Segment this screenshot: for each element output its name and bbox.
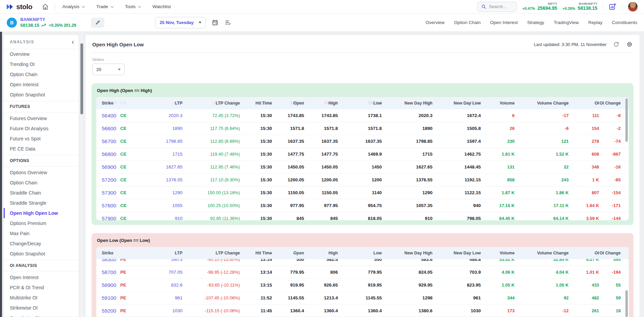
edit-pencil-icon[interactable] [91,18,104,28]
ltp-value[interactable]: 1890 [172,126,182,131]
nav-menu-analysis[interactable]: Analysis [63,4,84,9]
sidebar-item-future-vs-spot[interactable]: Future vs Spot [4,134,79,144]
ltp-value[interactable]: 832.6 [171,282,182,288]
sidebar-item-strikewise-oi[interactable]: Strikewise OI [4,303,79,313]
column-header-volume-change[interactable]: Volume Change [537,101,569,106]
tab-strategy[interactable]: Strategy [527,20,544,25]
sidebar-item-cumulative-oi[interactable]: Cumulative OI [4,313,79,317]
table-row[interactable]: 57300CE1290150.00 (13.16%)15:301150.0511… [96,186,629,199]
ltp-value[interactable]: 1715 [172,152,182,157]
table-row[interactable]: 56600CE1890117.75 (6.64%)15:301571.81571… [96,122,629,135]
column-header-hit-time[interactable]: Hit Time [255,101,272,106]
sidebar-item-future-oi-analysis[interactable]: Future OI Analysis [4,123,79,134]
table-row[interactable]: 57600CE1055100.25 (10.50%)15:30977.95977… [96,199,629,212]
sidebar-item-multistrike-oi[interactable]: Multistrike OI [4,293,79,303]
column-header-ltp-change[interactable]: LTP Change [216,101,240,106]
column-header-oi-change[interactable]: OI Change [599,251,629,255]
date-select[interactable]: 25 Nov, Tuesday [155,17,206,28]
ltp-value[interactable]: 1290 [172,190,182,195]
ltp-value[interactable]: 1376.55 [166,177,182,182]
tab-replay[interactable]: Replay [588,20,602,25]
column-header-new-day-high[interactable]: New Day High [404,251,432,255]
table-row[interactable]: 58900PE832.6-93.65 (-10.11%)13:15919.959… [96,279,629,292]
instrument-symbol[interactable]: BANKNIFTY [20,17,76,22]
page-scrollbar[interactable] [80,32,83,317]
collapse-sidebar-icon[interactable]: ‹ [72,38,74,45]
sidebar-item-change-decay[interactable]: Change/Decay [4,239,79,249]
open-low-scrollbar[interactable] [625,290,628,317]
strike-value[interactable]: 56600 [102,126,116,132]
nav-menu-watchlist[interactable]: Watchlist [152,4,171,9]
column-header-volume[interactable]: Volume [500,101,515,106]
table-row[interactable]: 56400CE2020.372.45 (3.72%)15:301743.8517… [96,109,629,122]
column-header-open[interactable]: Open [293,101,304,106]
column-header-new-day-low[interactable]: New Day Low [453,101,481,106]
column-header-volume[interactable]: Volume [500,251,515,255]
tab-tradingview[interactable]: TradingView [554,20,579,25]
sidebar-item-option-snapshot[interactable]: Option Snapshot [4,249,79,259]
strike-value[interactable]: 56800 [102,151,116,157]
tab-constituents[interactable]: Constituents [612,20,637,25]
column-header-open[interactable]: Open [293,251,304,255]
sidebar-item-pe-ce-data[interactable]: PE CE Data [4,144,79,154]
column-header-low[interactable]: Low [373,101,382,106]
nav-menu-tools[interactable]: Tools [125,4,141,9]
column-header-ltp-change[interactable]: LTP Change [216,251,240,255]
stolo-logo[interactable]: stolo [6,3,32,11]
table-row[interactable]: 59200PE1030-115.15 (-10.06%)11:451360.41… [96,304,629,317]
list-check-icon[interactable] [224,19,231,26]
column-header-high[interactable]: High [328,251,338,255]
strike-value[interactable]: 56900 [102,164,116,170]
ltp-value[interactable]: 1055 [172,203,182,208]
home-icon[interactable] [42,3,49,10]
page-scrollbar-thumb[interactable] [80,43,83,114]
ltp-value[interactable]: 1030 [172,308,182,313]
table-row[interactable]: 57200CE1376.55117.10 (9.30%)15:301200.05… [96,174,629,186]
column-header-strike[interactable]: Strike [96,251,114,255]
table-row[interactable]: 58700PE707.05-98.95 (-12.28%)13:14779.95… [96,266,629,279]
ticker-banknifty[interactable]: +0.35% BANKNIFTY 58138.15 [563,2,597,11]
sidebar-item-open-interest[interactable]: Open Interest [4,80,79,90]
ltp-value[interactable]: 910 [175,216,182,220]
ltp-value[interactable]: 2020.3 [169,113,182,118]
sidebar-item-option-snapshot[interactable]: Option Snapshot [4,90,79,100]
tab-overview[interactable]: Overview [425,20,444,25]
ltp-value[interactable]: 707.05 [169,270,182,275]
sidebar-item-option-chain[interactable]: Option Chain [4,69,79,80]
column-header-ltp[interactable]: LTP [175,251,182,255]
calendar-icon[interactable] [212,19,218,26]
column-header-oi[interactable]: OI [595,251,599,255]
table-row[interactable]: 56900CE1627.65112.95 (7.46%)15:301450.05… [96,161,629,174]
chart-add-icon[interactable] [609,3,617,11]
strikes-select[interactable]: 20 [92,64,125,75]
strike-value[interactable]: 57600 [102,203,116,209]
sidebar-item-options-premium[interactable]: Options Premium [4,218,79,228]
ltp-value[interactable]: 1798.85 [166,139,182,144]
column-header-new-day-low[interactable]: New Day Low [453,251,481,255]
strike-value[interactable]: 56700 [102,138,116,144]
column-header-volume-change[interactable]: Volume Change [537,251,569,255]
strike-value[interactable]: 59200 [102,308,116,314]
column-header-ltp[interactable]: LTP [175,101,182,106]
table-row[interactable]: 59100PE961-107.45 (-10.06%)11:521145.551… [96,292,629,304]
sidebar-item-pcr-oi-trend[interactable]: PCR & OI Trend [4,282,79,293]
sidebar-item-futures-overview[interactable]: Futures Overview [4,113,79,123]
strike-value[interactable]: 57300 [102,190,116,196]
refresh-icon[interactable] [613,41,619,47]
sidebar-item-max-pain[interactable]: Max Pain [4,228,79,239]
search-input[interactable]: Search... [477,2,517,12]
sidebar-item-straddle-chain[interactable]: Straddle Chain [4,188,79,198]
user-avatar[interactable] [628,2,638,12]
strike-value[interactable]: 57200 [102,177,116,183]
column-header-strike[interactable]: Strike [96,101,114,106]
sidebar-item-options-overview[interactable]: Options Overview [4,167,79,178]
column-header-oi-change[interactable]: OI Change [599,101,629,106]
settings-gear-icon[interactable] [626,41,633,48]
column-header-low[interactable]: Low [373,251,382,255]
tab-option-chain[interactable]: Option Chain [454,20,481,25]
nav-menu-trade[interactable]: Trade [96,4,113,9]
table-row[interactable]: 56800CE1715119.40 (7.48%)15:301477.75147… [96,148,629,161]
sidebar-item-open-interest[interactable]: Open Interest [4,272,79,282]
sidebar-item-overview[interactable]: Overview [4,49,79,59]
open-high-scrollbar[interactable] [625,98,628,142]
